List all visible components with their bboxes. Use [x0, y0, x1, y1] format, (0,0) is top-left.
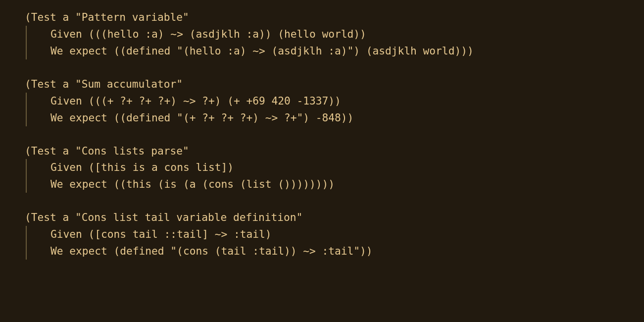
test-head-line: (Test a "Cons list tail variable definit… — [25, 209, 619, 226]
indent-group: Given (((hello :a) ~> (asdjklh :a)) (hel… — [26, 26, 619, 59]
test-block: (Test a "Pattern variable" Given (((hell… — [25, 9, 619, 59]
given-label: Given — [50, 228, 89, 240]
expect-label: We expect — [50, 178, 114, 190]
expect-line: We expect ((defined "(+ ?+ ?+ ?+) ~> ?+"… — [50, 109, 619, 126]
expect-body: ((defined "(+ ?+ ?+ ?+) ~> ?+") -848)) — [114, 111, 354, 124]
open-paren: (Test a — [25, 78, 75, 90]
expect-line: We expect ((this (is (a (cons (list ()))… — [50, 176, 619, 193]
test-head-line: (Test a "Sum accumulator" — [25, 76, 619, 93]
indent-group: Given ([this is a cons list]) We expect … — [26, 159, 619, 193]
test-title: "Cons lists parse" — [75, 145, 189, 157]
given-body: (((+ ?+ ?+ ?+) ~> ?+) (+ +69 420 -1337)) — [89, 95, 341, 107]
open-paren: (Test a — [25, 11, 75, 23]
expect-line: We expect (defined "(cons (tail :tail)) … — [50, 243, 619, 260]
expect-label: We expect — [50, 245, 114, 257]
given-body: (((hello :a) ~> (asdjklh :a)) (hello wor… — [89, 28, 366, 40]
indent-group: Given (((+ ?+ ?+ ?+) ~> ?+) (+ +69 420 -… — [26, 93, 619, 126]
given-line: Given (((+ ?+ ?+ ?+) ~> ?+) (+ +69 420 -… — [50, 93, 619, 109]
expect-body: ((defined "(hello :a) ~> (asdjklh :a)") … — [114, 45, 474, 57]
test-head-line: (Test a "Pattern variable" — [25, 9, 619, 26]
expect-body: (defined "(cons (tail :tail)) ~> :tail")… — [114, 245, 373, 257]
given-label: Given — [50, 28, 89, 40]
test-block: (Test a "Cons lists parse" Given ([this … — [25, 143, 619, 193]
indent-group: Given ([cons tail ::tail] ~> :tail) We e… — [26, 226, 619, 260]
open-paren: (Test a — [25, 145, 75, 157]
code-page: (Test a "Pattern variable" Given (((hell… — [0, 0, 644, 260]
given-body: ([cons tail ::tail] ~> :tail) — [89, 228, 272, 240]
test-block: (Test a "Sum accumulator" Given (((+ ?+ … — [25, 76, 619, 126]
given-line: Given ([this is a cons list]) — [50, 159, 619, 176]
test-head-line: (Test a "Cons lists parse" — [25, 143, 619, 160]
expect-label: We expect — [50, 111, 114, 124]
test-title: "Sum accumulator" — [75, 78, 183, 90]
open-paren: (Test a — [25, 211, 75, 223]
expect-body: ((this (is (a (cons (list ()))))))) — [114, 178, 335, 190]
expect-line: We expect ((defined "(hello :a) ~> (asdj… — [50, 43, 619, 59]
expect-label: We expect — [50, 45, 114, 57]
given-label: Given — [50, 161, 89, 173]
given-body: ([this is a cons list]) — [89, 161, 234, 173]
given-label: Given — [50, 95, 89, 107]
given-line: Given ([cons tail ::tail] ~> :tail) — [50, 226, 619, 243]
test-block: (Test a "Cons list tail variable definit… — [25, 209, 619, 260]
test-title: "Cons list tail variable definition" — [75, 211, 302, 223]
test-title: "Pattern variable" — [75, 11, 189, 23]
given-line: Given (((hello :a) ~> (asdjklh :a)) (hel… — [50, 26, 619, 43]
